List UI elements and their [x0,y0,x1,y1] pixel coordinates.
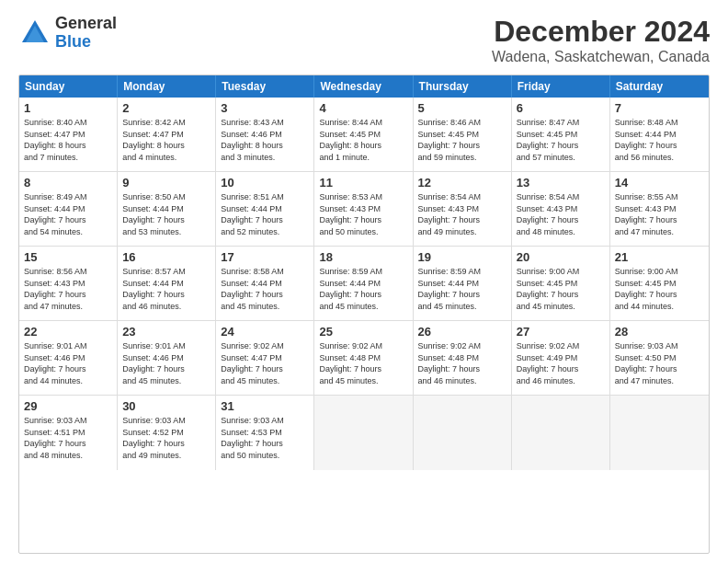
logo-blue: Blue [55,33,117,52]
calendar-cell: 18Sunrise: 8:59 AMSunset: 4:44 PMDayligh… [314,247,413,320]
calendar-cell: 31Sunrise: 9:03 AMSunset: 4:53 PMDayligh… [216,396,314,470]
calendar-cell: 8Sunrise: 8:49 AMSunset: 4:44 PMDaylight… [19,172,118,246]
calendar-cell: 2Sunrise: 8:42 AMSunset: 4:47 PMDaylight… [118,98,216,171]
calendar-cell: 25Sunrise: 9:02 AMSunset: 4:48 PMDayligh… [314,321,413,395]
calendar-cell: 9Sunrise: 8:50 AMSunset: 4:44 PMDaylight… [118,172,216,246]
day-number: 24 [221,325,309,339]
header: General Blue December 2024 Wadena, Saska… [18,15,710,65]
cell-info: Sunrise: 8:56 AMSunset: 4:43 PMDaylight:… [24,266,112,312]
day-number: 13 [517,176,605,190]
calendar-cell: 13Sunrise: 8:54 AMSunset: 4:43 PMDayligh… [512,172,610,246]
day-number: 29 [24,399,112,413]
calendar-header-day: Friday [512,75,610,98]
cell-info: Sunrise: 9:02 AMSunset: 4:48 PMDaylight:… [418,340,506,386]
calendar-cell: 11Sunrise: 8:53 AMSunset: 4:43 PMDayligh… [314,172,413,246]
day-number: 30 [122,399,210,413]
calendar-cell: 6Sunrise: 8:47 AMSunset: 4:45 PMDaylight… [512,98,610,171]
cell-info: Sunrise: 8:40 AMSunset: 4:47 PMDaylight:… [24,117,112,163]
calendar-cell: 3Sunrise: 8:43 AMSunset: 4:46 PMDaylight… [216,98,314,171]
day-number: 6 [517,101,605,115]
logo-text: General Blue [55,15,117,52]
calendar-cell: 10Sunrise: 8:51 AMSunset: 4:44 PMDayligh… [216,172,314,246]
calendar-week: 15Sunrise: 8:56 AMSunset: 4:43 PMDayligh… [19,247,709,321]
cell-info: Sunrise: 8:51 AMSunset: 4:44 PMDaylight:… [221,191,309,237]
calendar-header-day: Thursday [414,75,512,98]
cell-info: Sunrise: 8:42 AMSunset: 4:47 PMDaylight:… [122,117,210,163]
cell-info: Sunrise: 9:00 AMSunset: 4:45 PMDaylight:… [615,266,704,312]
cell-info: Sunrise: 8:46 AMSunset: 4:45 PMDaylight:… [418,117,506,163]
logo-icon [18,17,51,50]
day-number: 2 [122,101,210,115]
cell-info: Sunrise: 9:01 AMSunset: 4:46 PMDaylight:… [122,340,210,386]
calendar-week: 22Sunrise: 9:01 AMSunset: 4:46 PMDayligh… [19,321,709,396]
cell-info: Sunrise: 9:02 AMSunset: 4:48 PMDaylight:… [319,340,407,386]
day-number: 25 [319,325,407,339]
calendar-cell: 27Sunrise: 9:02 AMSunset: 4:49 PMDayligh… [512,321,610,395]
cell-info: Sunrise: 8:53 AMSunset: 4:43 PMDaylight:… [319,191,407,237]
calendar-header-day: Monday [118,75,216,98]
cell-info: Sunrise: 9:02 AMSunset: 4:47 PMDaylight:… [221,340,309,386]
title-block: December 2024 Wadena, Saskatchewan, Cana… [492,15,710,65]
day-number: 3 [221,101,309,115]
calendar-cell: 20Sunrise: 9:00 AMSunset: 4:45 PMDayligh… [512,247,610,320]
cell-info: Sunrise: 9:03 AMSunset: 4:50 PMDaylight:… [615,340,704,386]
calendar-cell: 1Sunrise: 8:40 AMSunset: 4:47 PMDaylight… [19,98,118,171]
cell-info: Sunrise: 8:50 AMSunset: 4:44 PMDaylight:… [122,191,210,237]
cell-info: Sunrise: 8:58 AMSunset: 4:44 PMDaylight:… [221,266,309,312]
cell-info: Sunrise: 8:55 AMSunset: 4:43 PMDaylight:… [615,191,704,237]
cell-info: Sunrise: 8:48 AMSunset: 4:44 PMDaylight:… [615,117,704,163]
day-number: 19 [418,250,506,264]
day-number: 5 [418,101,506,115]
calendar-cell: 19Sunrise: 8:59 AMSunset: 4:44 PMDayligh… [414,247,512,320]
calendar-cell: 22Sunrise: 9:01 AMSunset: 4:46 PMDayligh… [19,321,118,395]
day-number: 14 [615,176,704,190]
calendar-header-day: Tuesday [216,75,314,98]
day-number: 18 [319,250,407,264]
calendar-cell: 5Sunrise: 8:46 AMSunset: 4:45 PMDaylight… [414,98,512,171]
calendar-week: 8Sunrise: 8:49 AMSunset: 4:44 PMDaylight… [19,172,709,247]
logo: General Blue [18,15,117,52]
calendar-cell: 30Sunrise: 9:03 AMSunset: 4:52 PMDayligh… [118,396,216,470]
day-number: 7 [615,101,704,115]
calendar-header-day: Wednesday [314,75,413,98]
calendar-cell: 21Sunrise: 9:00 AMSunset: 4:45 PMDayligh… [610,247,709,320]
cell-info: Sunrise: 8:59 AMSunset: 4:44 PMDaylight:… [418,266,506,312]
cell-info: Sunrise: 8:57 AMSunset: 4:44 PMDaylight:… [122,266,210,312]
day-number: 15 [24,250,112,264]
day-number: 26 [418,325,506,339]
calendar-cell: 28Sunrise: 9:03 AMSunset: 4:50 PMDayligh… [610,321,709,395]
cell-info: Sunrise: 9:00 AMSunset: 4:45 PMDaylight:… [517,266,605,312]
day-number: 4 [319,101,407,115]
day-number: 27 [517,325,605,339]
calendar-cell: 29Sunrise: 9:03 AMSunset: 4:51 PMDayligh… [19,396,118,470]
calendar-cell: 16Sunrise: 8:57 AMSunset: 4:44 PMDayligh… [118,247,216,320]
calendar-cell: 14Sunrise: 8:55 AMSunset: 4:43 PMDayligh… [610,172,709,246]
subtitle: Wadena, Saskatchewan, Canada [492,49,710,65]
calendar-cell: 12Sunrise: 8:54 AMSunset: 4:43 PMDayligh… [414,172,512,246]
calendar-cell: 24Sunrise: 9:02 AMSunset: 4:47 PMDayligh… [216,321,314,395]
day-number: 16 [122,250,210,264]
calendar-cell [610,396,709,470]
page: General Blue December 2024 Wadena, Saska… [0,0,728,563]
cell-info: Sunrise: 8:54 AMSunset: 4:43 PMDaylight:… [517,191,605,237]
cell-info: Sunrise: 9:03 AMSunset: 4:52 PMDaylight:… [122,415,210,461]
cell-info: Sunrise: 8:47 AMSunset: 4:45 PMDaylight:… [517,117,605,163]
cell-info: Sunrise: 8:54 AMSunset: 4:43 PMDaylight:… [418,191,506,237]
main-title: December 2024 [492,15,710,49]
day-number: 10 [221,176,309,190]
day-number: 8 [24,176,112,190]
cell-info: Sunrise: 8:43 AMSunset: 4:46 PMDaylight:… [221,117,309,163]
calendar-cell: 15Sunrise: 8:56 AMSunset: 4:43 PMDayligh… [19,247,118,320]
day-number: 31 [221,399,309,413]
calendar-week: 1Sunrise: 8:40 AMSunset: 4:47 PMDaylight… [19,98,709,172]
day-number: 28 [615,325,704,339]
calendar-body: 1Sunrise: 8:40 AMSunset: 4:47 PMDaylight… [19,98,709,470]
calendar-cell [512,396,610,470]
cell-info: Sunrise: 9:03 AMSunset: 4:51 PMDaylight:… [24,415,112,461]
day-number: 17 [221,250,309,264]
calendar-cell: 4Sunrise: 8:44 AMSunset: 4:45 PMDaylight… [314,98,413,171]
logo-general: General [55,15,117,33]
day-number: 11 [319,176,407,190]
calendar-week: 29Sunrise: 9:03 AMSunset: 4:51 PMDayligh… [19,396,709,470]
day-number: 12 [418,176,506,190]
